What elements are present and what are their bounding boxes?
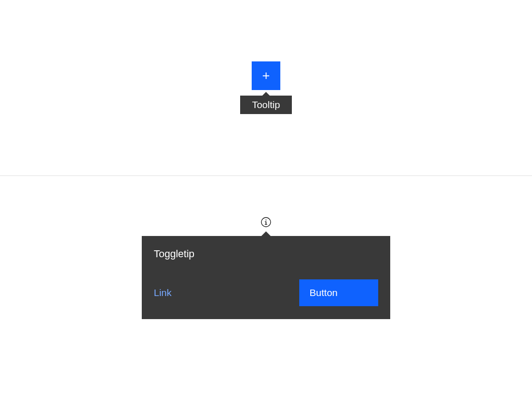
toggletip-button[interactable]: Button bbox=[299, 279, 378, 306]
svg-rect-3 bbox=[265, 222, 266, 222]
tooltip: Tooltip bbox=[240, 96, 292, 114]
toggletip-title: Toggletip bbox=[154, 248, 378, 260]
tooltip-container: Tooltip bbox=[240, 96, 292, 114]
toggletip-caret bbox=[261, 231, 271, 236]
tooltip-text: Tooltip bbox=[252, 99, 280, 110]
add-button[interactable] bbox=[252, 61, 280, 90]
toggletip-container: Toggletip Link Button bbox=[142, 236, 390, 319]
svg-rect-1 bbox=[266, 220, 266, 221]
toggletip-link[interactable]: Link bbox=[154, 287, 172, 298]
svg-rect-4 bbox=[265, 224, 267, 224]
tooltip-caret bbox=[262, 92, 270, 96]
info-button[interactable] bbox=[260, 217, 272, 228]
info-icon bbox=[261, 217, 271, 227]
plus-icon bbox=[261, 71, 271, 80]
tooltip-example-section: Tooltip bbox=[0, 0, 532, 175]
toggletip: Toggletip Link Button bbox=[142, 236, 390, 319]
toggletip-example-section: Toggletip Link Button bbox=[0, 176, 532, 319]
toggletip-actions: Link Button bbox=[154, 279, 378, 306]
